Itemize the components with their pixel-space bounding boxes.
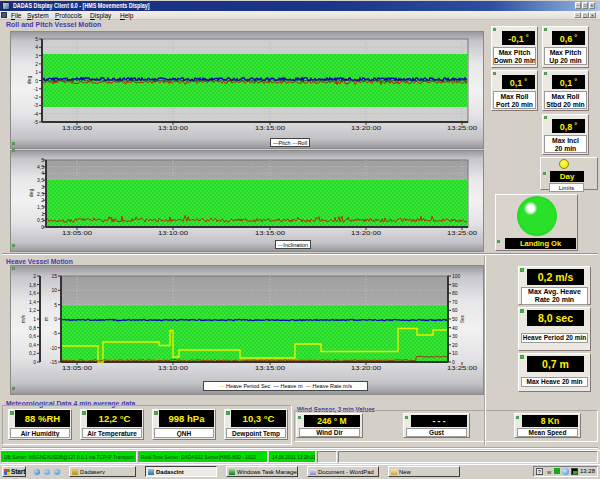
svg-text:-15: -15 [50, 359, 57, 365]
svg-text:100: 100 [452, 273, 461, 279]
svg-text:90: 90 [452, 282, 458, 288]
svg-text:20: 20 [452, 342, 458, 348]
svg-text:15: 15 [51, 273, 57, 279]
svg-text:50: 50 [452, 316, 458, 322]
svg-text:70: 70 [452, 299, 458, 305]
svg-text:0,8: 0,8 [29, 325, 36, 331]
svg-text:13:15:00: 13:15:00 [255, 364, 286, 371]
svg-text:m: m [43, 317, 49, 321]
svg-text:30: 30 [452, 333, 458, 339]
svg-text:0,6: 0,6 [29, 333, 36, 339]
svg-text:13:05:00: 13:05:00 [62, 364, 93, 371]
svg-text:40: 40 [452, 325, 458, 331]
svg-text:2: 2 [33, 273, 36, 279]
svg-text:1,4: 1,4 [29, 299, 36, 305]
svg-text:Sec: Sec [459, 314, 465, 323]
svg-text:0: 0 [54, 316, 57, 322]
svg-text:10: 10 [51, 287, 57, 293]
svg-text:13:20:00: 13:20:00 [351, 364, 382, 371]
svg-text:1: 1 [33, 316, 36, 322]
svg-text:1,8: 1,8 [29, 282, 36, 288]
svg-text:-5: -5 [53, 330, 58, 336]
svg-text:0: 0 [33, 359, 36, 365]
svg-text:60: 60 [452, 307, 458, 313]
svg-text:1,2: 1,2 [29, 307, 36, 313]
svg-text:m/s: m/s [20, 314, 26, 323]
svg-text:1,6: 1,6 [29, 290, 36, 296]
svg-text:5: 5 [54, 302, 57, 308]
svg-text:0,2: 0,2 [29, 350, 36, 356]
svg-text:0,4: 0,4 [29, 342, 36, 348]
svg-text:10: 10 [452, 350, 458, 356]
svg-text:80: 80 [452, 290, 458, 296]
svg-text:-10: -10 [50, 345, 57, 351]
svg-text:13:10:00: 13:10:00 [158, 364, 189, 371]
svg-text:13:25:00: 13:25:00 [447, 364, 478, 371]
